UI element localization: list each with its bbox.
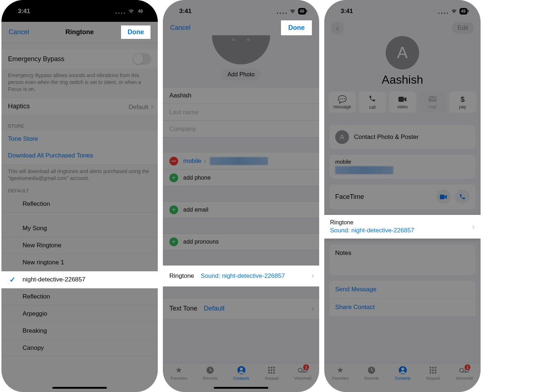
svg-point-4 [268,367,270,369]
store-header: STORE [1,115,158,131]
contact-avatar[interactable]: A [386,36,419,69]
ringtone-card[interactable]: Ringtone Sound: night-detective-226857 › [324,215,481,239]
ringtone-option[interactable]: Reflection [1,196,158,213]
tab-recents[interactable]: Recents [364,365,379,380]
ringtone-option-selected[interactable]: ✓ night-detective-226857 [1,271,158,288]
tab-keypad[interactable]: Keypad [426,365,440,380]
svg-point-31 [459,368,463,372]
tab-contacts[interactable]: Contacts [233,365,249,380]
emergency-bypass-toggle[interactable] [132,53,151,65]
first-name-field[interactable]: Aashish [163,87,319,104]
facetime-audio-button[interactable] [455,189,470,204]
action-pay[interactable]: $pay [449,92,476,113]
edit-button[interactable]: Edit [452,22,474,34]
svg-point-26 [432,369,434,371]
tone-store-link[interactable]: Tone Store [8,135,38,143]
phone-icon [369,95,376,104]
clock-icon [366,365,377,375]
text-tone-value: Default [204,305,225,312]
tab-voicemail[interactable]: 1Voicemail [294,365,311,380]
video-icon [398,95,406,104]
cellular-dots: ● ● ● ● [277,12,287,14]
cellular-dots: ● ● ● ● [438,12,449,14]
last-name-field[interactable]: Last name [163,104,319,121]
svg-point-8 [271,369,273,371]
svg-rect-17 [429,96,437,102]
action-call[interactable]: call [359,92,386,113]
text-tone-row[interactable]: Text Tone Default › [163,298,319,319]
contact-photo-poster-row[interactable]: A Contact Photo & Poster [329,125,475,149]
ringtone-option[interactable]: Breaking [1,323,158,340]
chevron-right-icon: › [151,102,153,111]
facetime-video-button[interactable] [436,189,451,204]
tab-voicemail[interactable]: 1Voicemail [455,365,473,380]
add-pronouns-button[interactable]: + add pronouns [163,233,319,250]
mobile-card[interactable]: mobile [329,155,475,179]
contact-avatar[interactable] [212,35,270,64]
battery-icon: 49 [298,8,306,15]
add-icon[interactable]: + [169,205,178,214]
wifi-icon [451,9,457,14]
svg-point-6 [273,367,275,369]
send-message-button[interactable]: Send Message [329,281,475,299]
download-tones-link[interactable]: Download All Purchased Tones [8,152,93,159]
svg-point-28 [430,372,431,374]
mail-icon [429,95,437,104]
home-indicator[interactable] [214,387,268,389]
default-header: DEFAULT [1,187,158,196]
share-contact-button[interactable]: Share Contact [329,299,475,316]
phone-row-mobile[interactable]: mobile › [163,153,319,169]
add-icon[interactable]: + [169,173,178,182]
battery-icon: 49 [459,8,467,15]
done-button[interactable]: Done [281,20,312,35]
back-button[interactable]: ‹ [331,21,344,35]
ringtone-option[interactable]: New Ringtone [1,237,158,254]
keypad-icon [266,365,277,375]
tab-keypad[interactable]: Keypad [265,365,278,380]
add-phone-button[interactable]: + add phone [163,169,319,186]
chevron-right-icon: › [472,222,475,232]
blurred-phone-number [335,166,393,174]
svg-point-3 [240,368,243,371]
wifi-icon [128,9,135,14]
ringtone-row[interactable]: Ringtone Sound: night-detective-226857 › [163,265,319,287]
cancel-button[interactable]: Cancel [170,24,190,32]
svg-point-5 [271,367,273,369]
done-button[interactable]: Done [121,25,150,39]
svg-point-9 [273,369,275,371]
tab-favorites[interactable]: ★Favorites [171,365,187,380]
delete-icon[interactable] [169,157,178,165]
home-indicator[interactable] [52,387,107,389]
action-message[interactable]: 💬message [329,92,356,113]
status-time: 3:41 [18,8,30,15]
svg-point-11 [271,372,273,374]
chevron-right-icon: › [312,304,314,313]
action-video[interactable]: video [389,92,416,113]
svg-point-27 [435,369,437,371]
ringtone-option[interactable]: My Song [1,220,158,237]
ringtone-option[interactable]: Canopy [1,340,158,357]
status-time: 3:41 [341,8,353,15]
add-photo-button[interactable]: Add Photo [221,69,261,80]
company-field[interactable]: Company [163,121,319,137]
action-mail: mail [419,92,446,113]
clock-icon [205,365,215,375]
chevron-right-icon: › [204,156,206,166]
tab-contacts[interactable]: Contacts [395,365,410,380]
badge-count: 1 [465,364,470,370]
avatar-thumbnail: A [335,130,349,144]
notes-card[interactable]: Notes [329,244,475,275]
tab-favorites[interactable]: ★Favorites [332,365,349,380]
ringtone-label: Ringtone [330,219,475,226]
ringtone-option[interactable]: Reflection [1,288,158,305]
svg-point-30 [435,372,437,374]
svg-point-13 [298,368,302,372]
tab-recents[interactable]: Recents [203,365,217,380]
contact-name: Aashish [382,73,423,87]
checkmark-icon: ✓ [9,275,16,284]
ringtone-option[interactable]: New ringtone 1 [1,254,158,271]
add-email-button[interactable]: + add email [163,201,319,218]
add-icon[interactable]: + [169,237,178,246]
ringtone-option[interactable]: Arpeggio [1,305,158,323]
facetime-row: FaceTime [329,184,475,209]
